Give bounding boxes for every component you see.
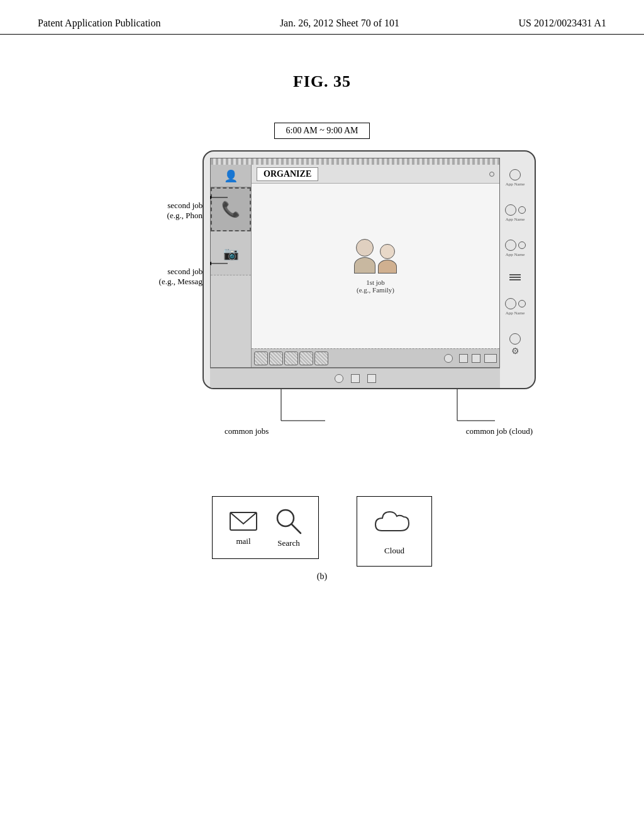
- right-circle-3: [505, 240, 516, 251]
- cloud-jobs-box: Cloud: [357, 496, 432, 567]
- right-circle-4: [505, 298, 516, 309]
- status-bar: [211, 158, 499, 165]
- figure-title: FIG. 35: [0, 72, 644, 91]
- task-icon-4: [299, 351, 313, 365]
- mail-item: mail: [228, 509, 259, 546]
- search-item: Search: [274, 507, 303, 548]
- bottom-nav-circle: [335, 374, 343, 383]
- bottom-nav-square-1: [351, 374, 360, 383]
- right-circle-1: [509, 169, 521, 180]
- mail-label: mail: [236, 536, 250, 546]
- right-circle-4b: [518, 300, 526, 307]
- cloud-label: Cloud: [384, 546, 404, 556]
- organize-label: ORGANIZE: [257, 167, 318, 181]
- header-center: Jan. 26, 2012 Sheet 70 of 101: [280, 18, 399, 29]
- person-figure-2: [378, 244, 397, 274]
- sub-caption: (b): [0, 572, 644, 582]
- right-label-4: App Name: [506, 311, 525, 316]
- menu-line-3: [509, 279, 521, 280]
- patent-header: Patent Application Publication Jan. 26, …: [0, 0, 644, 35]
- screen-taskbar: [252, 348, 499, 367]
- right-circle-5: [509, 333, 521, 345]
- screen-center: 1st job (e.g., Family): [252, 184, 499, 348]
- right-circle-2b: [518, 206, 526, 214]
- right-btn-settings[interactable]: ⚙: [509, 333, 521, 357]
- device-screen: 👤 📞 📷: [210, 158, 500, 368]
- phone-icon: 📞: [221, 201, 240, 218]
- message-icon: 📷: [223, 246, 239, 261]
- box-icons-row: mail Search: [228, 507, 303, 548]
- task-icon-3: [284, 351, 298, 365]
- task-icon-1: [254, 351, 268, 365]
- person-figure-1: [354, 239, 375, 274]
- common-jobs-annotation: common jobs: [225, 426, 269, 436]
- menu-line-1: [509, 274, 521, 275]
- right-btn-4[interactable]: App Name: [505, 298, 526, 316]
- device-screen-area: 👤 📞 📷: [203, 150, 536, 389]
- cloud-jobs-section: Cloud: [357, 496, 432, 567]
- time-range-box: 6:00 AM ~ 9:00 AM: [274, 123, 370, 139]
- task-icon-2: [269, 351, 283, 365]
- right-btn-2[interactable]: App Name: [505, 204, 526, 222]
- person1-head: [356, 239, 374, 257]
- device-bottom-bar: [210, 368, 500, 388]
- device-annotations: common jobs common job (cloud): [206, 389, 539, 440]
- header-left: Patent Application Publication: [38, 18, 161, 29]
- common-jobs-box: mail Search: [212, 496, 319, 559]
- screen-content: 👤 📞 📷: [211, 165, 499, 367]
- phone-app-slot[interactable]: 📞: [211, 187, 251, 231]
- svg-line-10: [292, 524, 301, 533]
- family-illustration: 1st job (e.g., Family): [354, 239, 397, 294]
- person2-head: [380, 244, 395, 259]
- right-btn-3[interactable]: App Name: [505, 240, 526, 257]
- family-figures: [354, 239, 397, 274]
- person2-body: [378, 260, 397, 274]
- settings-icon: ⚙: [511, 346, 519, 357]
- profile-icon: 👤: [224, 169, 238, 183]
- header-right: US 2012/0023431 A1: [518, 18, 606, 29]
- common-jobs-section: mail Search: [212, 496, 319, 559]
- person1-body: [354, 257, 375, 274]
- search-icon: [274, 507, 303, 536]
- screen-sidebar: 👤 📞 📷: [211, 165, 252, 367]
- cloud-icon-wrapper: [372, 507, 416, 541]
- time-label-container: 6:00 AM ~ 9:00 AM: [0, 123, 644, 139]
- menu-icon: [508, 274, 522, 280]
- bottom-nav-square-2: [367, 374, 376, 383]
- first-job-label: 1st job (e.g., Family): [357, 279, 394, 294]
- message-app-slot[interactable]: 📷: [211, 231, 251, 275]
- common-job-cloud-annotation: common job (cloud): [466, 426, 533, 436]
- svg-point-9: [277, 510, 294, 526]
- menu-line-2: [509, 277, 521, 278]
- right-label-2: App Name: [506, 217, 525, 222]
- task-rect-1: [484, 354, 497, 363]
- screen-topbar: ORGANIZE: [252, 165, 499, 184]
- task-square-1: [459, 354, 468, 363]
- cloud-icon: [372, 507, 416, 538]
- task-square-2: [472, 354, 480, 363]
- settings-dot: [489, 172, 494, 177]
- right-btn-1[interactable]: App Name: [506, 169, 525, 187]
- task-icon-5: [314, 351, 328, 365]
- profile-icon-area: 👤: [211, 165, 251, 187]
- right-label-1: App Name: [506, 182, 525, 187]
- label-second-job2: second job 2 (e.g., Message): [114, 267, 209, 287]
- mail-icon: [228, 509, 259, 534]
- device-frame: 👤 📞 📷: [203, 150, 542, 440]
- right-circle-3b: [518, 241, 526, 249]
- right-circle-2: [505, 204, 516, 216]
- screen-main: ORGANIZE: [252, 165, 499, 367]
- label-second-job1: second job 1 (e.g., Phone): [114, 201, 209, 221]
- device-right-panel: App Name App Name App Name: [501, 158, 530, 368]
- right-label-3: App Name: [506, 252, 525, 257]
- task-circle-1: [444, 354, 453, 363]
- search-label: Search: [277, 538, 299, 548]
- boxes-row: mail Search Cloud: [0, 496, 644, 567]
